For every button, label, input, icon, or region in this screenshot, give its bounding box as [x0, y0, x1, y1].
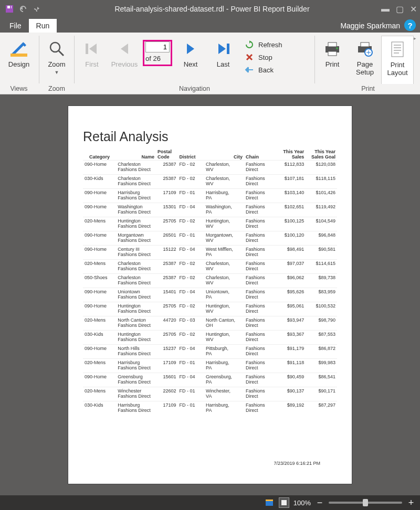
table-row: 090-HomeWashington15301FD - 04Washington… — [83, 203, 337, 210]
tab-run[interactable]: Run — [29, 19, 57, 33]
tab-strip: File Run Maggie Sparkman ? — [0, 18, 420, 33]
redo-icon[interactable] — [30, 3, 43, 15]
zoom-out-button[interactable]: − — [315, 497, 324, 508]
svg-rect-20 — [266, 500, 273, 501]
table-row: 020-MensHuntington25705FD - 02Huntington… — [83, 217, 337, 224]
previous-button: Previous — [108, 36, 141, 84]
design-button[interactable]: Design — [0, 36, 38, 84]
table-row: Fashions DirectPADirect — [83, 365, 337, 373]
table-row: Fashions DirectWVDirect — [83, 337, 337, 345]
first-button: First — [76, 36, 108, 84]
table-row: Fashions DirectPADirect — [83, 351, 337, 359]
table-row: 020-MensNorth Canton44720FD - 03North Ca… — [83, 316, 337, 323]
table-row: Fashions DirectWVDirect — [83, 224, 337, 231]
page-setup-icon — [356, 39, 374, 59]
table-row: Fashions DirectPADirect — [83, 252, 337, 260]
next-button[interactable]: Next — [174, 36, 207, 84]
help-icon[interactable]: ? — [404, 19, 416, 31]
svg-rect-6 — [227, 44, 229, 54]
report-canvas: Retail Analysis Category Name Postal Cod… — [0, 94, 420, 495]
report-table: Category Name Postal Code District City … — [83, 148, 337, 415]
back-button[interactable]: Back — [245, 65, 282, 75]
table-row: 090-HomeGreensburg15601FD - 04Greensburg… — [83, 373, 337, 380]
svg-rect-8 — [328, 42, 337, 47]
window-title: Retail-analysis-shared-dataset.rdl - Pow… — [43, 5, 381, 13]
back-icon — [245, 65, 254, 75]
save-icon[interactable] — [3, 3, 16, 15]
table-row: 090-HomeNorth Hills15237FD - 04Pittsburg… — [83, 345, 337, 352]
zoom-in-button[interactable]: + — [406, 497, 416, 508]
col-sales: This Year Sales — [274, 148, 306, 161]
table-row: Fashions DirectWVDirect — [83, 309, 337, 316]
col-district: District — [177, 148, 204, 161]
group-nav-label: Navigation — [76, 85, 313, 94]
svg-rect-14 — [392, 42, 403, 57]
view-layout-icon[interactable] — [279, 497, 289, 508]
col-name: Name — [116, 148, 156, 161]
view-normal-icon[interactable] — [264, 497, 275, 508]
svg-rect-18 — [394, 52, 399, 54]
table-row: Fashions DirectPADirect — [83, 294, 337, 302]
table-row: 030-KidsHuntington25705FD - 02Huntington… — [83, 331, 337, 337]
close-icon[interactable]: ✕ — [410, 4, 417, 14]
table-row: Fashions DirectPADirect — [83, 209, 337, 217]
table-row: 090-HomeMorgantown26501FD - 01Morgantown… — [83, 231, 337, 238]
table-row: Fashions DirectPADirect — [83, 379, 337, 387]
table-row: 020-MensWinchester22602FD - 01Winchester… — [83, 387, 337, 394]
svg-rect-21 — [281, 500, 287, 505]
previous-icon — [117, 39, 132, 59]
svg-rect-17 — [394, 50, 401, 51]
refresh-button[interactable]: Refresh — [245, 40, 282, 49]
status-bar: 100% − + — [0, 495, 420, 510]
table-row: Fashions DirectWVDirect — [83, 266, 337, 274]
undo-icon[interactable] — [17, 3, 29, 15]
design-icon — [9, 39, 28, 59]
page-total: of 26 — [145, 55, 170, 62]
svg-rect-3 — [10, 54, 27, 57]
table-row: 020-MensCharleston25387FD - 02Charleston… — [83, 260, 337, 267]
page-setup-button[interactable]: Page Setup — [349, 36, 381, 84]
table-row: 030-KidsHarrisburg17109FD - 01Harrisburg… — [83, 401, 337, 408]
table-row: Fashions DirectVADirect — [83, 394, 337, 401]
col-city: City — [204, 148, 244, 161]
col-category: Category — [83, 148, 116, 161]
svg-rect-2 — [10, 6, 11, 8]
minimize-icon[interactable]: ▬ — [381, 4, 390, 14]
zoom-icon — [48, 39, 66, 59]
table-row: 090-HomeUniontown15401FD - 04Uniontown,F… — [83, 288, 337, 295]
tab-file[interactable]: File — [2, 19, 29, 33]
svg-rect-15 — [394, 45, 401, 46]
stop-button[interactable]: Stop — [245, 52, 282, 62]
col-goal: This Year Sales Goal — [306, 148, 337, 161]
group-print-label: Print — [316, 85, 420, 94]
table-row: Fashions DirectWVDirect — [83, 167, 337, 175]
maximize-icon[interactable]: ▢ — [396, 4, 404, 14]
table-row: 090-HomeHuntington25705FD - 02Huntington… — [83, 302, 337, 309]
col-chain: Chain — [244, 148, 274, 161]
svg-rect-12 — [361, 42, 369, 47]
table-row: 090-HomeCharleston25387FD - 02Charleston… — [83, 161, 337, 167]
user-name: Maggie Sparkman — [337, 19, 403, 33]
table-row: Fashions DirectOHDirect — [83, 323, 337, 331]
table-row: Fashions DirectWVDirect — [83, 238, 337, 246]
print-layout-button[interactable]: Print Layout — [381, 36, 414, 84]
svg-rect-16 — [394, 47, 401, 48]
svg-rect-5 — [86, 44, 88, 54]
svg-point-10 — [336, 47, 338, 49]
table-row: 090-HomeCentury III15122FD - 04West Miff… — [83, 246, 337, 252]
table-row: Fashions DirectPADirect — [83, 195, 337, 203]
ribbon-overflow-icon[interactable]: ▸ — [414, 36, 420, 41]
zoom-slider[interactable] — [329, 502, 402, 504]
col-postal: Postal Code — [156, 148, 177, 161]
group-zoom-label: Zoom — [40, 85, 73, 94]
first-icon — [84, 39, 100, 59]
page-number-input[interactable] — [145, 41, 170, 52]
print-icon — [323, 39, 341, 59]
print-layout-icon — [390, 39, 405, 59]
zoom-button[interactable]: Zoom ▼ — [40, 36, 73, 84]
stop-icon — [245, 52, 254, 62]
table-row: 030-KidsCharleston25387FD - 02Charleston… — [83, 175, 337, 182]
print-button[interactable]: Print — [316, 36, 349, 84]
group-views-label: Views — [0, 85, 38, 94]
last-button[interactable]: Last — [207, 36, 239, 84]
